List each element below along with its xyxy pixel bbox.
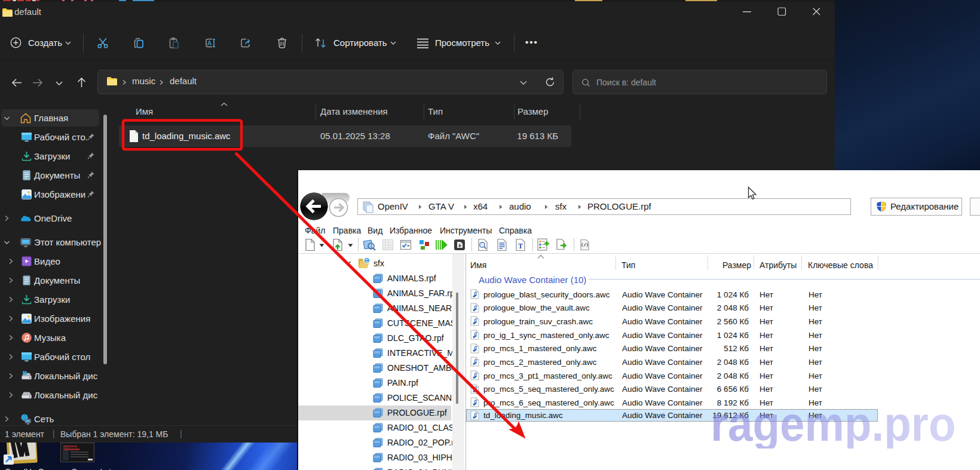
svg-text:T: T xyxy=(518,242,523,250)
svg-text:A: A xyxy=(207,39,212,47)
